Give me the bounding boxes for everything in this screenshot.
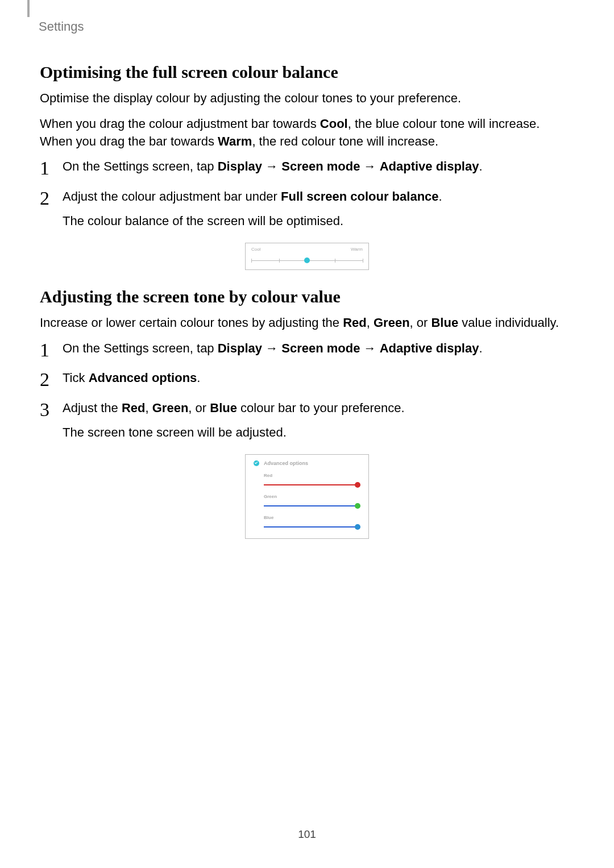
bold-cool: Cool bbox=[320, 117, 348, 131]
text-fragment: value individually. bbox=[458, 315, 559, 330]
figure1-thumb bbox=[304, 258, 310, 263]
figure2-row-red-bar bbox=[264, 481, 360, 488]
text-fragment: , bbox=[146, 401, 152, 415]
bold-warm: Warm bbox=[218, 134, 252, 148]
text-fragment: . bbox=[479, 341, 482, 355]
figure1-label-warm: Warm bbox=[351, 247, 363, 252]
figure2-row-green-thumb bbox=[355, 503, 360, 509]
arrow-sep: → bbox=[262, 159, 281, 173]
figure-colour-balance-slider: Cool Warm bbox=[245, 243, 369, 270]
figure2-row-red-line bbox=[264, 484, 357, 485]
section1-step2-sub: The colour balance of the screen will be… bbox=[63, 213, 574, 230]
text-fragment: On the Settings screen, tap bbox=[63, 159, 218, 173]
header-corner-mark bbox=[27, 0, 30, 17]
figure2-row-blue-line bbox=[264, 526, 357, 528]
figure1-label-cool: Cool bbox=[251, 247, 260, 252]
section1-para2: When you drag the colour adjustment bar … bbox=[40, 115, 574, 151]
section2-title: Adjusting the screen tone by colour valu… bbox=[40, 287, 574, 306]
section2-step3: Adjust the Red, Green, or Blue colour ba… bbox=[40, 400, 574, 442]
section2-steps: On the Settings screen, tap Display → Sc… bbox=[40, 340, 574, 442]
text-fragment: , bbox=[367, 315, 374, 330]
figure2-row-blue-thumb bbox=[355, 524, 360, 530]
figure2-row-blue-label: Blue bbox=[264, 515, 360, 520]
section2-step3-sub: The screen tone screen will be adjusted. bbox=[63, 424, 574, 442]
bold-adaptive-display: Adaptive display bbox=[380, 341, 479, 355]
section2-step1: On the Settings screen, tap Display → Sc… bbox=[40, 340, 574, 358]
figure2-title: Advanced options bbox=[264, 460, 308, 466]
page-number: 101 bbox=[0, 828, 614, 841]
figure-advanced-options: Advanced options Red Green bbox=[245, 454, 369, 539]
figure1-tick bbox=[251, 259, 252, 263]
section1-title: Optimising the full screen colour balanc… bbox=[40, 63, 574, 82]
bold-display: Display bbox=[218, 159, 262, 173]
figure1-wrap: Cool Warm bbox=[40, 243, 574, 270]
arrow-sep: → bbox=[360, 341, 379, 355]
bold-adaptive-display: Adaptive display bbox=[380, 159, 479, 173]
bold-advanced-options: Advanced options bbox=[89, 371, 197, 385]
bold-green: Green bbox=[374, 315, 410, 330]
text-fragment: On the Settings screen, tap bbox=[63, 341, 218, 355]
bold-blue: Blue bbox=[210, 401, 237, 415]
header-section-label: Settings bbox=[39, 19, 84, 34]
figure2-row-red-thumb bbox=[355, 482, 360, 488]
section2-step2: Tick Advanced options. bbox=[40, 369, 574, 387]
figure2-row-red-label: Red bbox=[264, 473, 360, 478]
check-icon bbox=[254, 460, 259, 466]
figure2-row-green-line bbox=[264, 505, 357, 506]
bold-screen-mode: Screen mode bbox=[281, 341, 360, 355]
section2-para1: Increase or lower certain colour tones b… bbox=[40, 314, 574, 332]
figure2-row-green-label: Green bbox=[264, 494, 360, 499]
text-fragment: , or bbox=[188, 401, 210, 415]
figure2-row-green: Green bbox=[264, 494, 360, 509]
text-fragment: When you drag the colour adjustment bar … bbox=[40, 117, 320, 131]
figure2-row-red: Red bbox=[264, 473, 360, 488]
section1-intro: Optimise the display colour by adjusting… bbox=[40, 90, 574, 107]
figure2-row-green-bar bbox=[264, 502, 360, 509]
text-fragment: , or bbox=[410, 315, 432, 330]
bold-full-screen-colour-balance: Full screen colour balance bbox=[281, 189, 439, 203]
bold-red: Red bbox=[122, 401, 146, 415]
figure2-row-blue: Blue bbox=[264, 515, 360, 530]
figure1-tick bbox=[335, 259, 335, 263]
text-fragment: , the red colour tone will increase. bbox=[252, 134, 438, 148]
text-fragment: . bbox=[197, 371, 200, 385]
figure1-labels: Cool Warm bbox=[251, 247, 363, 252]
text-fragment: Increase or lower certain colour tones b… bbox=[40, 315, 343, 330]
figure1-tick bbox=[279, 259, 280, 263]
text-fragment: colour bar to your preference. bbox=[237, 401, 405, 415]
text-fragment: . bbox=[479, 159, 482, 173]
bold-screen-mode: Screen mode bbox=[281, 159, 360, 173]
arrow-sep: → bbox=[262, 341, 281, 355]
figure1-tick bbox=[363, 259, 363, 263]
bold-red: Red bbox=[343, 315, 367, 330]
document-page: Settings Optimising the full screen colo… bbox=[0, 0, 614, 868]
text-fragment: . bbox=[439, 189, 442, 203]
text-fragment: Tick bbox=[63, 371, 89, 385]
figure1-track bbox=[251, 258, 363, 264]
section1-steps: On the Settings screen, tap Display → Sc… bbox=[40, 158, 574, 230]
text-fragment: Adjust the colour adjustment bar under bbox=[63, 189, 281, 203]
figure2-wrap: Advanced options Red Green bbox=[40, 454, 574, 539]
figure2-header: Advanced options bbox=[254, 460, 360, 466]
bold-display: Display bbox=[218, 341, 262, 355]
section1-step2: Adjust the colour adjustment bar under F… bbox=[40, 188, 574, 230]
bold-blue: Blue bbox=[431, 315, 458, 330]
section1-step1: On the Settings screen, tap Display → Sc… bbox=[40, 158, 574, 176]
arrow-sep: → bbox=[360, 159, 379, 173]
figure2-row-blue-bar bbox=[264, 524, 360, 530]
bold-green: Green bbox=[152, 401, 189, 415]
page-content: Optimising the full screen colour balanc… bbox=[40, 63, 574, 539]
text-fragment: Adjust the bbox=[63, 401, 122, 415]
